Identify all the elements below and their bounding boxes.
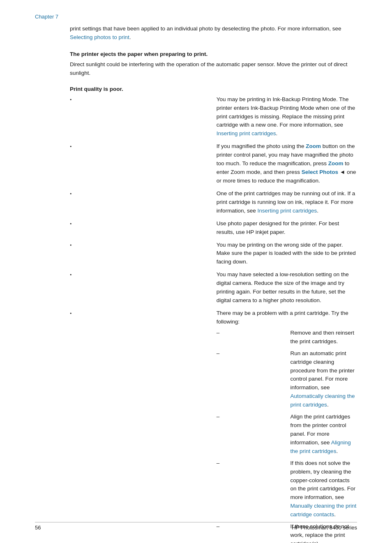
section-printer-ejects: The printer ejects the paper when prepar… [70, 51, 357, 78]
zoom-bold-2: Zoom [328, 160, 344, 166]
zoom-bold-1: Zoom [306, 143, 321, 149]
footer-page-number: 56 [35, 525, 41, 531]
intro-period: . [129, 34, 131, 40]
section-heading-printer-ejects: The printer ejects the paper when prepar… [70, 51, 357, 57]
selecting-photos-link[interactable]: Selecting photos to print [70, 34, 129, 40]
inserting-cartridges-link-2[interactable]: Inserting print cartridges [257, 208, 317, 214]
content-area: print settings that have been applied to… [70, 25, 357, 543]
section-print-quality: Print quality is poor. You may be printi… [70, 86, 357, 543]
list-item: Run an automatic print cartridge cleanin… [217, 349, 357, 409]
sub-item-text: Run an automatic print cartridge cleanin… [291, 349, 357, 409]
inserting-cartridges-link-1[interactable]: Inserting print cartridges [217, 130, 276, 136]
intro-text: print settings that have been applied to… [70, 25, 341, 32]
bullet-text: You may be printing on the wrong side of… [217, 241, 357, 267]
auto-cleaning-link[interactable]: Automatically cleaning the print cartrid… [291, 393, 355, 408]
list-item: If this does not solve the problem, try … [217, 459, 357, 519]
bullet-text: You may be printing in Ink-Backup Printi… [217, 95, 357, 139]
sub-item-text: Remove and then reinsert the print cartr… [291, 329, 357, 346]
bullet-text: One of the print cartridges may be runni… [217, 189, 357, 215]
sub-item-text: Align the print cartridges from the prin… [291, 413, 357, 456]
section-body-printer-ejects: Direct sunlight could be interfering wit… [70, 60, 357, 78]
list-item: One of the print cartridges may be runni… [70, 189, 357, 215]
list-item: There may be a problem with a print cart… [70, 309, 357, 543]
list-item: Align the print cartridges from the prin… [217, 413, 357, 456]
page: Chapter 7 print settings that have been … [0, 0, 392, 543]
bullet-text: You may have selected a low-resolution s… [217, 270, 357, 305]
bullet-text: Use photo paper designed for the printer… [217, 220, 357, 237]
list-item: Use photo paper designed for the printer… [70, 220, 357, 237]
list-item: You may be printing in Ink-Backup Printi… [70, 95, 357, 139]
section-heading-print-quality: Print quality is poor. [70, 86, 357, 92]
list-item: Remove and then reinsert the print cartr… [217, 329, 357, 346]
footer-product-name: HP Photosmart 8400 series [292, 525, 357, 531]
bullet-text: If you magnified the photo using the Zoo… [217, 142, 357, 185]
manually-cleaning-link[interactable]: Manually cleaning the print cartridge co… [291, 503, 357, 518]
list-item: You may have selected a low-resolution s… [70, 270, 357, 305]
bullet-text: There may be a problem with a print cart… [217, 309, 357, 543]
sub-list-cartridge: Remove and then reinsert the print cartr… [217, 329, 357, 543]
list-item: You may be printing on the wrong side of… [70, 241, 357, 267]
chapter-header: Chapter 7 [35, 14, 58, 20]
print-quality-list: You may be printing in Ink-Backup Printi… [70, 95, 357, 543]
select-photos-bold: Select Photos [302, 169, 338, 175]
footer-divider [35, 522, 357, 522]
aligning-link[interactable]: Aligning the print cartridges [291, 439, 351, 454]
list-item: If you magnified the photo using the Zoo… [70, 142, 357, 185]
sub-item-text: If this does not solve the problem, try … [291, 459, 357, 519]
intro-paragraph: print settings that have been applied to… [70, 25, 357, 42]
